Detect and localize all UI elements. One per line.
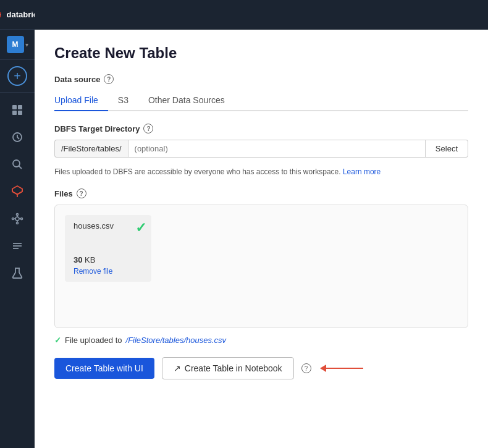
svg-point-21	[21, 218, 23, 220]
info-text: Files uploaded to DBFS are accessible by…	[54, 167, 468, 176]
svg-point-19	[17, 222, 19, 224]
svg-line-13	[17, 192, 22, 195]
svg-rect-4	[12, 105, 17, 109]
dbfs-path-row: /FileStore/tables/ Select	[54, 140, 468, 158]
files-section: Files ? houses.csv ✓ 30 KB Remove file	[54, 188, 468, 328]
dbfs-target-label: DBFS Target Directory ?	[54, 124, 468, 133]
upload-check-icon: ✓	[54, 336, 61, 345]
dbfs-path-input[interactable]	[128, 140, 426, 158]
files-drop-area[interactable]: houses.csv ✓ 30 KB Remove file	[54, 205, 468, 328]
add-button[interactable]: +	[7, 66, 27, 86]
file-check-icon: ✓	[135, 220, 146, 236]
svg-rect-5	[18, 105, 22, 109]
create-table-notebook-button[interactable]: ↗ Create Table in Notebook	[162, 357, 294, 379]
sidebar-item-jobs[interactable]	[5, 234, 30, 258]
sidebar-item-experiments[interactable]	[5, 261, 30, 285]
tab-upload-file[interactable]: Upload File	[54, 90, 108, 111]
main-wrapper: Create New Table Data source ? Upload Fi…	[35, 0, 488, 448]
data-source-tabs: Upload File S3 Other Data Sources	[54, 90, 468, 111]
sidebar-nav	[0, 93, 35, 448]
page-title: Create New Table	[54, 44, 468, 62]
main-content: Create New Table Data source ? Upload Fi…	[35, 30, 488, 448]
sidebar-header: databricks	[0, 0, 35, 30]
remove-file-link[interactable]: Remove file	[74, 267, 143, 276]
svg-line-10	[19, 166, 22, 169]
data-source-section: Data source ? Upload File S3 Other Data …	[54, 74, 468, 111]
chevron-down-icon: ▾	[25, 41, 28, 48]
file-card: houses.csv ✓ 30 KB Remove file	[65, 215, 151, 282]
upload-path: /FileStore/tables/houses.csv	[126, 336, 227, 345]
svg-line-12	[12, 192, 17, 195]
sidebar-item-search[interactable]	[5, 152, 30, 177]
svg-point-9	[13, 160, 20, 167]
workspace-badge: M	[7, 36, 24, 53]
files-label: Files ?	[54, 188, 468, 198]
data-source-help-icon[interactable]: ?	[104, 74, 114, 84]
svg-point-20	[12, 218, 14, 220]
arrow-line	[326, 368, 363, 369]
files-help-icon[interactable]: ?	[77, 188, 86, 198]
data-source-label: Data source ?	[54, 74, 468, 84]
workspace-selector[interactable]: M ▾	[0, 30, 35, 60]
sidebar-item-recent[interactable]	[5, 125, 30, 150]
svg-rect-7	[18, 111, 22, 115]
top-bar	[35, 0, 488, 30]
svg-marker-11	[12, 186, 22, 195]
notebook-icon: ↗	[174, 363, 181, 373]
svg-point-18	[17, 214, 19, 216]
databricks-logo-icon	[0, 7, 2, 22]
dbfs-target-section: DBFS Target Directory ? /FileStore/table…	[54, 124, 468, 158]
notebook-help-icon[interactable]: ?	[301, 363, 311, 373]
sidebar-item-clusters[interactable]	[5, 206, 30, 231]
arrow-head-icon	[320, 365, 326, 372]
sidebar-item-home[interactable]	[5, 98, 30, 122]
tab-s3[interactable]: S3	[108, 90, 138, 111]
arrow-indicator	[321, 365, 363, 372]
upload-status: ✓ File uploaded to /FileStore/tables/hou…	[54, 336, 468, 345]
sidebar-item-data[interactable]	[5, 179, 30, 204]
file-name: houses.csv	[74, 221, 143, 230]
create-table-ui-button[interactable]: Create Table with UI	[54, 358, 154, 379]
svg-point-17	[15, 217, 19, 221]
select-button[interactable]: Select	[426, 140, 468, 158]
learn-more-link[interactable]: Learn more	[343, 167, 381, 176]
file-size: 30 KB	[74, 255, 143, 264]
sidebar: databricks M ▾ +	[0, 0, 35, 448]
dbfs-help-icon[interactable]: ?	[143, 124, 153, 133]
add-section: +	[0, 60, 35, 93]
tab-other-data-sources[interactable]: Other Data Sources	[138, 90, 235, 111]
action-row: Create Table with UI ↗ Create Table in N…	[54, 357, 468, 379]
svg-rect-6	[12, 111, 17, 115]
dbfs-path-prefix: /FileStore/tables/	[54, 140, 128, 158]
